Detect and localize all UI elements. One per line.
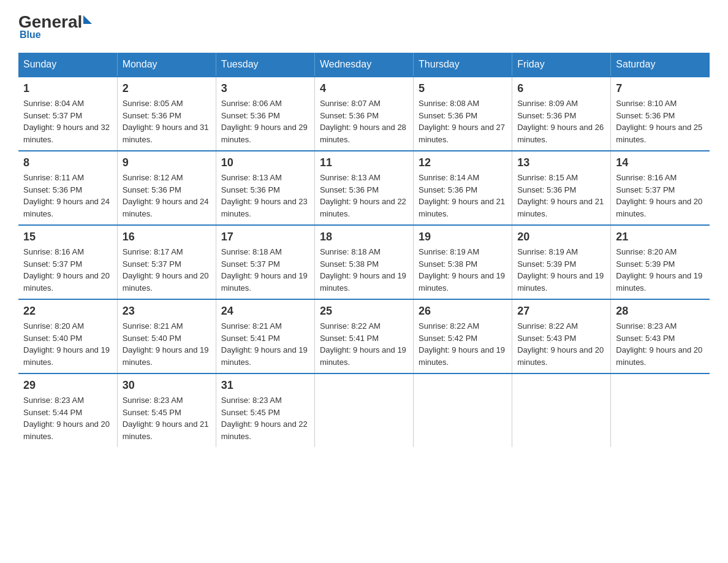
week-row-5: 29 Sunrise: 8:23 AM Sunset: 5:44 PM Dayl… <box>18 373 710 447</box>
calendar-cell: 24 Sunrise: 8:21 AM Sunset: 5:41 PM Dayl… <box>216 299 314 373</box>
calendar-cell: 22 Sunrise: 8:20 AM Sunset: 5:40 PM Dayl… <box>18 299 117 373</box>
calendar-cell: 23 Sunrise: 8:21 AM Sunset: 5:40 PM Dayl… <box>117 299 216 373</box>
day-info: Sunrise: 8:13 AM Sunset: 5:36 PM Dayligh… <box>320 172 408 220</box>
day-number: 22 <box>23 305 112 318</box>
day-info: Sunrise: 8:22 AM Sunset: 5:41 PM Dayligh… <box>320 320 408 368</box>
calendar-cell: 16 Sunrise: 8:17 AM Sunset: 5:37 PM Dayl… <box>117 225 216 299</box>
day-number: 20 <box>517 231 605 243</box>
calendar-cell: 19 Sunrise: 8:19 AM Sunset: 5:38 PM Dayl… <box>414 225 512 299</box>
day-info: Sunrise: 8:11 AM Sunset: 5:36 PM Dayligh… <box>23 172 112 220</box>
header-cell-sunday: Sunday <box>18 53 117 77</box>
logo-blue-text: Blue <box>20 29 41 40</box>
calendar-cell: 31 Sunrise: 8:23 AM Sunset: 5:45 PM Dayl… <box>216 373 314 447</box>
day-info: Sunrise: 8:23 AM Sunset: 5:45 PM Dayligh… <box>221 394 309 442</box>
calendar-cell: 18 Sunrise: 8:18 AM Sunset: 5:38 PM Dayl… <box>314 225 413 299</box>
calendar-table: SundayMondayTuesdayWednesdayThursdayFrid… <box>18 53 710 447</box>
day-info: Sunrise: 8:23 AM Sunset: 5:43 PM Dayligh… <box>616 320 705 368</box>
day-number: 15 <box>23 231 112 243</box>
day-number: 28 <box>616 305 705 318</box>
calendar-cell <box>414 373 512 447</box>
header-cell-friday: Friday <box>512 53 611 77</box>
logo: General Blue <box>18 12 92 40</box>
day-number: 10 <box>221 156 309 169</box>
calendar-cell: 12 Sunrise: 8:14 AM Sunset: 5:36 PM Dayl… <box>414 151 512 225</box>
day-number: 27 <box>517 305 605 318</box>
day-number: 3 <box>221 82 309 95</box>
day-info: Sunrise: 8:05 AM Sunset: 5:36 PM Dayligh… <box>123 98 211 145</box>
day-info: Sunrise: 8:14 AM Sunset: 5:36 PM Dayligh… <box>419 172 507 220</box>
day-info: Sunrise: 8:12 AM Sunset: 5:36 PM Dayligh… <box>123 172 211 220</box>
header-cell-thursday: Thursday <box>414 53 512 77</box>
calendar-cell: 10 Sunrise: 8:13 AM Sunset: 5:36 PM Dayl… <box>216 151 314 225</box>
day-number: 26 <box>419 305 507 318</box>
day-number: 17 <box>221 231 309 243</box>
day-info: Sunrise: 8:10 AM Sunset: 5:36 PM Dayligh… <box>616 98 705 145</box>
day-number: 31 <box>221 379 309 392</box>
day-info: Sunrise: 8:09 AM Sunset: 5:36 PM Dayligh… <box>517 98 605 145</box>
calendar-cell: 20 Sunrise: 8:19 AM Sunset: 5:39 PM Dayl… <box>512 225 611 299</box>
day-info: Sunrise: 8:16 AM Sunset: 5:37 PM Dayligh… <box>616 172 705 220</box>
day-info: Sunrise: 8:22 AM Sunset: 5:43 PM Dayligh… <box>517 320 605 368</box>
day-info: Sunrise: 8:19 AM Sunset: 5:38 PM Dayligh… <box>419 246 507 294</box>
day-info: Sunrise: 8:23 AM Sunset: 5:44 PM Dayligh… <box>23 394 112 442</box>
day-number: 13 <box>517 156 605 169</box>
header-cell-saturday: Saturday <box>611 53 710 77</box>
day-number: 23 <box>123 305 211 318</box>
day-info: Sunrise: 8:19 AM Sunset: 5:39 PM Dayligh… <box>517 246 605 294</box>
calendar-cell: 7 Sunrise: 8:10 AM Sunset: 5:36 PM Dayli… <box>611 77 710 151</box>
calendar-cell: 2 Sunrise: 8:05 AM Sunset: 5:36 PM Dayli… <box>117 77 216 151</box>
day-info: Sunrise: 8:13 AM Sunset: 5:36 PM Dayligh… <box>221 172 309 220</box>
day-info: Sunrise: 8:06 AM Sunset: 5:36 PM Dayligh… <box>221 98 309 145</box>
day-number: 9 <box>123 156 211 169</box>
header-cell-wednesday: Wednesday <box>314 53 413 77</box>
calendar-cell: 28 Sunrise: 8:23 AM Sunset: 5:43 PM Dayl… <box>611 299 710 373</box>
day-number: 6 <box>517 82 605 95</box>
day-number: 7 <box>616 82 705 95</box>
week-row-4: 22 Sunrise: 8:20 AM Sunset: 5:40 PM Dayl… <box>18 299 710 373</box>
day-number: 14 <box>616 156 705 169</box>
calendar-header: SundayMondayTuesdayWednesdayThursdayFrid… <box>18 53 710 77</box>
day-number: 1 <box>23 82 112 95</box>
calendar-cell: 14 Sunrise: 8:16 AM Sunset: 5:37 PM Dayl… <box>611 151 710 225</box>
calendar-cell: 3 Sunrise: 8:06 AM Sunset: 5:36 PM Dayli… <box>216 77 314 151</box>
calendar-cell: 30 Sunrise: 8:23 AM Sunset: 5:45 PM Dayl… <box>117 373 216 447</box>
calendar-cell: 17 Sunrise: 8:18 AM Sunset: 5:37 PM Dayl… <box>216 225 314 299</box>
day-info: Sunrise: 8:18 AM Sunset: 5:38 PM Dayligh… <box>320 246 408 294</box>
week-row-1: 1 Sunrise: 8:04 AM Sunset: 5:37 PM Dayli… <box>18 77 710 151</box>
day-number: 25 <box>320 305 408 318</box>
calendar-cell: 26 Sunrise: 8:22 AM Sunset: 5:42 PM Dayl… <box>414 299 512 373</box>
day-info: Sunrise: 8:04 AM Sunset: 5:37 PM Dayligh… <box>23 98 112 145</box>
day-number: 8 <box>23 156 112 169</box>
calendar-cell: 6 Sunrise: 8:09 AM Sunset: 5:36 PM Dayli… <box>512 77 611 151</box>
day-info: Sunrise: 8:20 AM Sunset: 5:39 PM Dayligh… <box>616 246 705 294</box>
day-info: Sunrise: 8:21 AM Sunset: 5:40 PM Dayligh… <box>123 320 211 368</box>
calendar-cell <box>512 373 611 447</box>
calendar-cell: 29 Sunrise: 8:23 AM Sunset: 5:44 PM Dayl… <box>18 373 117 447</box>
day-number: 5 <box>419 82 507 95</box>
day-number: 11 <box>320 156 408 169</box>
page-header: General Blue <box>18 12 710 40</box>
day-number: 19 <box>419 231 507 243</box>
calendar-cell: 13 Sunrise: 8:15 AM Sunset: 5:36 PM Dayl… <box>512 151 611 225</box>
day-number: 21 <box>616 231 705 243</box>
calendar-cell: 1 Sunrise: 8:04 AM Sunset: 5:37 PM Dayli… <box>18 77 117 151</box>
day-info: Sunrise: 8:08 AM Sunset: 5:36 PM Dayligh… <box>419 98 507 145</box>
calendar-cell: 5 Sunrise: 8:08 AM Sunset: 5:36 PM Dayli… <box>414 77 512 151</box>
day-info: Sunrise: 8:22 AM Sunset: 5:42 PM Dayligh… <box>419 320 507 368</box>
calendar-cell <box>314 373 413 447</box>
day-info: Sunrise: 8:17 AM Sunset: 5:37 PM Dayligh… <box>123 246 211 294</box>
day-number: 18 <box>320 231 408 243</box>
day-info: Sunrise: 8:21 AM Sunset: 5:41 PM Dayligh… <box>221 320 309 368</box>
day-info: Sunrise: 8:18 AM Sunset: 5:37 PM Dayligh… <box>221 246 309 294</box>
calendar-cell: 21 Sunrise: 8:20 AM Sunset: 5:39 PM Dayl… <box>611 225 710 299</box>
day-number: 16 <box>123 231 211 243</box>
header-cell-monday: Monday <box>117 53 216 77</box>
day-info: Sunrise: 8:15 AM Sunset: 5:36 PM Dayligh… <box>517 172 605 220</box>
calendar-body: 1 Sunrise: 8:04 AM Sunset: 5:37 PM Dayli… <box>18 77 710 447</box>
day-number: 12 <box>419 156 507 169</box>
calendar-cell: 11 Sunrise: 8:13 AM Sunset: 5:36 PM Dayl… <box>314 151 413 225</box>
day-number: 4 <box>320 82 408 95</box>
header-row: SundayMondayTuesdayWednesdayThursdayFrid… <box>18 53 710 77</box>
calendar-cell: 15 Sunrise: 8:16 AM Sunset: 5:37 PM Dayl… <box>18 225 117 299</box>
calendar-cell <box>611 373 710 447</box>
